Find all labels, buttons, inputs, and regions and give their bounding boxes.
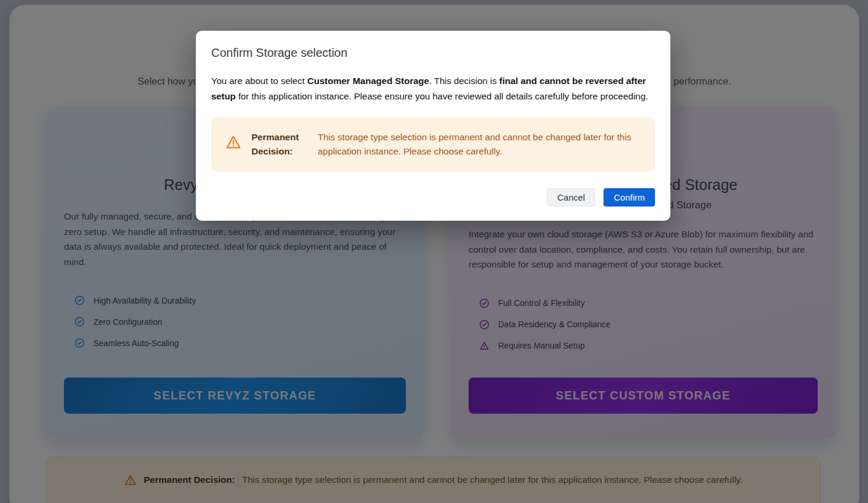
dialog-footer: Cancel Confirm xyxy=(211,188,655,207)
cancel-button[interactable]: Cancel xyxy=(547,188,596,207)
body-text-bold: Customer Managed Storage xyxy=(307,76,429,86)
body-text-part: . This decision is xyxy=(429,76,499,86)
warning-triangle-icon xyxy=(225,134,241,150)
callout-label: Permanent Decision: xyxy=(251,130,309,159)
callout-message: This storage type selection is permanent… xyxy=(318,130,641,159)
confirm-storage-dialog: Confirm Storage selection You are about … xyxy=(196,31,670,221)
dialog-body-text: You are about to select Customer Managed… xyxy=(211,73,649,104)
body-text-part: You are about to select xyxy=(211,76,307,86)
confirm-button[interactable]: Confirm xyxy=(604,188,655,207)
body-text-part: for this application instance. Please en… xyxy=(235,91,648,101)
permanent-decision-callout: Permanent Decision: This storage type se… xyxy=(211,117,655,172)
dialog-title: Confirm Storage selection xyxy=(211,46,655,60)
